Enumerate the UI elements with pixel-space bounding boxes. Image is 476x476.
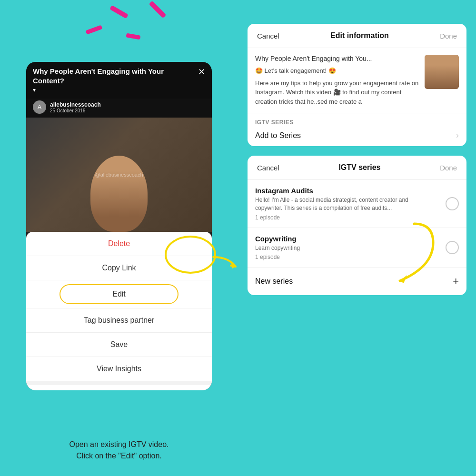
decorative-dash-4: [126, 33, 140, 40]
close-icon[interactable]: ✕: [198, 67, 205, 77]
add-to-series-row[interactable]: Add to Series ›: [255, 130, 459, 140]
bottom-caption: Open an existing IGTV video. Click on th…: [26, 439, 212, 462]
face-silhouette: [90, 156, 148, 232]
edit-description-body: Here are my tips to help you grow your e…: [255, 79, 419, 107]
phone-header: Why People Aren't Engaging with Your Con…: [26, 62, 212, 99]
series-panel-header: Cancel IGTV series Done: [248, 156, 466, 180]
igtv-series-section: IGTV series Add to Series ›: [248, 113, 466, 146]
edit-done-button[interactable]: Done: [440, 32, 457, 40]
edit-text-area: Why People Aren't Engaging with You... 🤩…: [255, 55, 419, 106]
arrow-to-edit-panel: [162, 228, 238, 286]
series-done-button[interactable]: Done: [440, 164, 457, 172]
radio-circle-1[interactable]: [446, 197, 459, 210]
video-background: @allebusinesscoach: [26, 118, 212, 232]
video-watermark: @allebusinesscoach: [95, 172, 143, 178]
svg-point-0: [166, 237, 215, 273]
user-details: allebusinesscoach 25 October 2019: [50, 101, 101, 113]
series-title-2: Copywriting: [255, 235, 300, 243]
add-to-series-text: Add to Series: [255, 131, 301, 140]
view-insights-button[interactable]: View Insights: [26, 357, 212, 381]
tag-business-partner-button[interactable]: Tag business partner: [26, 308, 212, 333]
new-series-text: New series: [255, 277, 293, 286]
phone-video-title: Why People Aren't Engaging with Your Con…: [33, 67, 176, 85]
user-info-bar: A allebusinesscoach 25 October 2019: [26, 99, 212, 118]
series-desc-1: Hello! I'm Alle - a social media strateg…: [255, 196, 417, 212]
dropdown-arrow-icon: ▾: [33, 87, 36, 93]
decorative-dash-1: [109, 5, 129, 19]
radio-circle-2[interactable]: [446, 241, 459, 254]
date-label: 25 October 2019: [50, 108, 101, 113]
edit-content-area: Why People Aren't Engaging with You... 🤩…: [248, 48, 466, 113]
phone-panel: Why People Aren't Engaging with Your Con…: [26, 62, 212, 390]
edit-description-emoji: 🤩 Let's talk engagement! 😍: [255, 66, 419, 76]
series-cancel-button[interactable]: Cancel: [257, 164, 279, 172]
edit-panel-title: Edit information: [330, 31, 389, 40]
igtv-series-label: IGTV series: [255, 119, 459, 126]
edit-panel-header: Cancel Edit information Done: [248, 24, 466, 48]
series-desc-2: Learn copywriting: [255, 244, 300, 252]
edit-cancel-button[interactable]: Cancel: [257, 32, 279, 40]
caption-line2: Click on the "Edit" option.: [26, 450, 212, 462]
decorative-dash-2: [86, 25, 103, 34]
series-panel-title: IGTV series: [338, 163, 380, 172]
chevron-right-icon: ›: [456, 130, 459, 140]
edit-video-title: Why People Aren't Engaging with You...: [255, 55, 419, 62]
save-button[interactable]: Save: [26, 333, 212, 357]
series-item-left-2: Copywriting Learn copywriting 1 episode: [255, 235, 300, 261]
cancel-button[interactable]: Cancel: [26, 381, 212, 390]
arrow-to-series-panel: [352, 214, 438, 290]
decorative-dash-3: [149, 1, 167, 19]
caption-line1: Open an existing IGTV video.: [26, 439, 212, 450]
series-title-1: Instagram Audits: [255, 187, 417, 195]
edit-button[interactable]: Edit: [60, 284, 178, 304]
plus-icon[interactable]: +: [453, 275, 459, 288]
video-thumbnail: [425, 55, 459, 89]
edit-information-panel: Cancel Edit information Done Why People …: [248, 24, 466, 146]
series-episodes-2: 1 episode: [255, 254, 300, 260]
username-label: allebusinesscoach: [50, 101, 101, 108]
avatar: A: [33, 100, 46, 114]
